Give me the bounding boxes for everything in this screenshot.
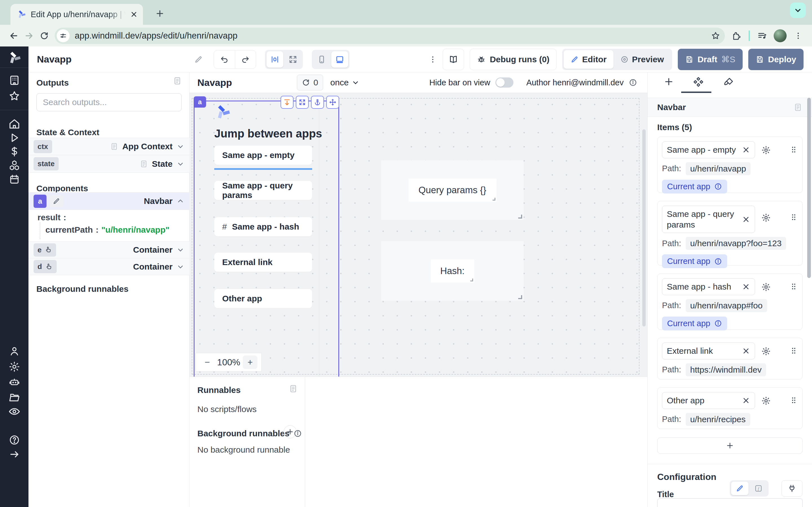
insert-below-button[interactable] — [281, 96, 294, 109]
connect-input-button[interactable] — [781, 480, 802, 497]
runs-icon[interactable] — [0, 132, 29, 144]
audit-logs-icon[interactable] — [0, 405, 29, 418]
constrained-width-button[interactable] — [266, 51, 283, 68]
zoom-in-button[interactable]: + — [243, 355, 257, 369]
refresh-mode-select[interactable]: once — [331, 78, 359, 87]
variables-icon[interactable] — [0, 146, 29, 158]
forward-button[interactable] — [21, 28, 37, 43]
state-row[interactable]: state State — [29, 155, 190, 173]
workspace-icon[interactable] — [0, 74, 29, 87]
profile-avatar[interactable] — [774, 29, 786, 42]
users-icon[interactable] — [0, 345, 29, 357]
edit-app-name-icon[interactable] — [194, 55, 203, 64]
clear-icon[interactable] — [742, 396, 750, 405]
item-settings-icon[interactable] — [761, 145, 771, 155]
info-icon[interactable] — [714, 258, 722, 265]
hide-bar-toggle[interactable] — [495, 77, 513, 88]
add-background-runnable-button[interactable] — [284, 425, 297, 438]
draft-button[interactable]: Draft ⌘S — [678, 49, 743, 70]
expand-component-button[interactable] — [296, 96, 309, 109]
drag-handle-icon[interactable] — [790, 396, 798, 404]
docs-button[interactable] — [443, 49, 464, 70]
nav-button-query-params[interactable]: Same app - query params — [214, 181, 312, 200]
settings-icon[interactable] — [0, 361, 29, 373]
media-controls-icon[interactable] — [755, 28, 770, 43]
nav-button-hash[interactable]: # Same app - hash — [214, 217, 312, 236]
clear-icon[interactable] — [742, 146, 750, 154]
item-settings-icon[interactable] — [761, 213, 771, 223]
drag-handle-icon[interactable] — [790, 282, 798, 291]
title-input[interactable] — [657, 498, 803, 507]
favorites-icon[interactable] — [0, 90, 29, 102]
schedules-icon[interactable] — [0, 173, 29, 185]
windmill-logo[interactable] — [0, 50, 29, 65]
item-settings-icon[interactable] — [761, 346, 771, 356]
app-canvas[interactable]: a Jump between apps Same app - em — [190, 93, 647, 377]
hash-container[interactable]: Hash: — [381, 241, 523, 300]
add-nav-item-button[interactable] — [657, 438, 803, 454]
editor-tab[interactable]: Editor — [564, 50, 613, 69]
expression-mode-button[interactable]: f — [750, 482, 767, 495]
item-settings-icon[interactable] — [761, 396, 771, 406]
item-label-field[interactable]: Other app — [662, 392, 755, 409]
current-path-entry[interactable]: currentPath:"u/henri/navapp" — [45, 225, 169, 235]
home-icon[interactable] — [0, 118, 29, 130]
workers-icon[interactable] — [0, 376, 29, 388]
item-label-field[interactable]: Same app - hash — [662, 278, 755, 295]
search-outputs-input[interactable] — [36, 93, 182, 111]
folders-icon[interactable] — [0, 391, 29, 403]
nav-button-other-app[interactable]: Other app — [214, 289, 312, 308]
desktop-view-button[interactable] — [331, 51, 348, 68]
info-icon[interactable] — [714, 320, 722, 327]
reload-button[interactable] — [37, 28, 52, 43]
clear-icon[interactable] — [742, 347, 750, 355]
item-label-field[interactable]: Same app - empty — [662, 142, 755, 158]
component-settings-tab[interactable] — [693, 76, 704, 88]
resize-handle[interactable] — [518, 215, 522, 219]
bookmark-star-icon[interactable] — [711, 31, 720, 41]
browser-tab[interactable]: Edit App u/henri/navapp | Win — [10, 4, 143, 25]
extensions-icon[interactable] — [729, 28, 744, 43]
deploy-button[interactable]: Deploy — [748, 49, 804, 70]
nav-button-external-link[interactable]: External link — [214, 252, 312, 272]
insert-component-tab[interactable] — [663, 76, 674, 87]
preview-tab[interactable]: Preview — [613, 50, 671, 69]
mobile-view-button[interactable] — [313, 51, 330, 68]
redo-button[interactable] — [235, 50, 256, 68]
ctx-row[interactable]: ctx App Context — [29, 138, 190, 155]
item-label-field[interactable]: External link — [662, 342, 755, 359]
move-component-button[interactable] — [326, 96, 339, 109]
zoom-out-button[interactable]: − — [200, 355, 214, 369]
static-mode-button[interactable] — [731, 482, 749, 495]
tab-search-button[interactable] — [790, 3, 806, 18]
info-icon[interactable] — [714, 182, 722, 190]
doc-icon[interactable] — [794, 103, 802, 112]
settings-scrollbar[interactable] — [807, 98, 811, 278]
debug-runs-button[interactable]: Debug runs (0) — [470, 49, 557, 70]
help-icon[interactable] — [0, 434, 29, 446]
resize-handle[interactable] — [493, 198, 495, 201]
item-label-field[interactable]: Same app - query params — [662, 206, 755, 233]
anchor-component-button[interactable] — [311, 96, 324, 109]
resize-handle[interactable] — [470, 279, 473, 281]
clear-icon[interactable] — [742, 215, 750, 224]
drag-handle-icon[interactable] — [790, 346, 798, 355]
info-icon[interactable] — [629, 78, 637, 87]
refresh-count-button[interactable]: 0 — [297, 75, 323, 91]
clear-icon[interactable] — [742, 283, 750, 291]
collapse-rail-icon[interactable] — [0, 449, 29, 460]
styling-tab[interactable] — [723, 76, 734, 88]
result-key[interactable]: result: — [38, 213, 69, 222]
resize-handle[interactable] — [518, 295, 522, 299]
item-settings-icon[interactable] — [761, 282, 771, 292]
query-params-text-box[interactable]: Query params {} — [409, 179, 497, 202]
runnables-doc-icon[interactable] — [289, 384, 298, 393]
resources-icon[interactable] — [0, 159, 29, 172]
outputs-doc-icon[interactable] — [173, 76, 182, 86]
canvas-scrollbar[interactable] — [642, 129, 646, 327]
more-options-icon[interactable] — [428, 55, 437, 64]
component-row-navbar[interactable]: a Navbar — [29, 192, 190, 210]
back-button[interactable] — [6, 28, 21, 43]
hash-text-box[interactable]: Hash: — [431, 260, 474, 283]
drag-handle-icon[interactable] — [790, 213, 798, 221]
